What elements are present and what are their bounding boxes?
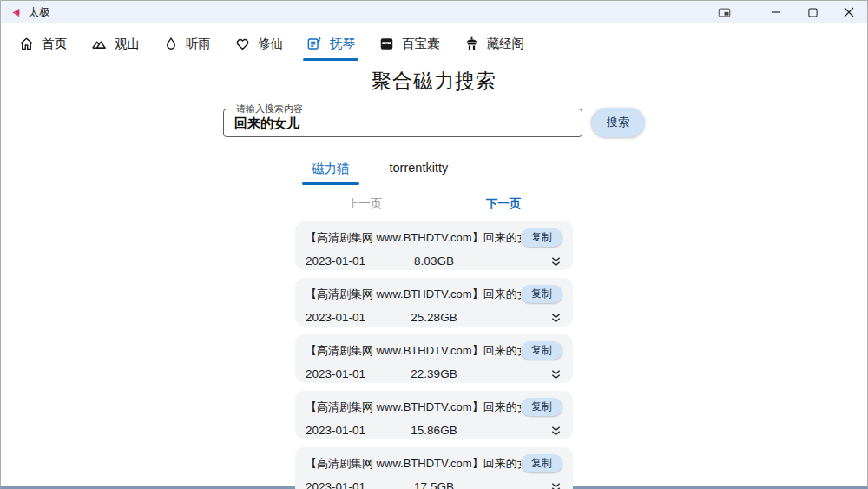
nav-label: 听雨: [186, 36, 211, 52]
result-date: 2023-01-01: [306, 254, 365, 268]
nav-label: 百宝囊: [402, 36, 440, 52]
search-input-wrap: 请输入搜索内容: [223, 109, 582, 137]
result-card: 【高清剧集网 www.BTHDTV.com】回来的女儿[全 复制 2023-01…: [295, 391, 573, 439]
inbox-icon: [378, 36, 395, 52]
expand-button[interactable]: [549, 425, 562, 437]
double-chevron-down-icon: [549, 368, 562, 380]
page-title: 聚合磁力搜索: [1, 68, 867, 95]
active-tab-underline: [302, 182, 359, 185]
tab-label: 磁力猫: [312, 162, 350, 175]
window-controls: [706, 1, 867, 23]
nav-item-heart[interactable]: 修仙: [234, 23, 283, 63]
nav-item-rain[interactable]: 听雨: [163, 23, 211, 63]
app-title: 太极: [29, 5, 49, 20]
result-title: 【高清剧集网 www.BTHDTV.com】回来的女儿[全: [306, 400, 521, 415]
result-title: 【高清剧集网 www.BTHDTV.com】回来的女儿[全: [306, 456, 521, 472]
raindrop-icon: [163, 36, 179, 52]
result-card: 【高清剧集网 www.BTHDTV.com】回来的女儿[全 复制 2023-01…: [295, 447, 573, 489]
copy-button[interactable]: 复制: [521, 341, 562, 360]
tab-torrentkitty[interactable]: torrentkitty: [380, 155, 458, 185]
source-tabs: 磁力猫 torrentkitty: [295, 155, 573, 185]
main-content: 聚合磁力搜索 请输入搜索内容 搜索 磁力猫 torrentkitty 上一页 下…: [1, 63, 867, 489]
result-card: 【高清剧集网 www.BTHDTV.com】回来的女儿[全 复制 2023-01…: [295, 278, 573, 327]
prev-page-button[interactable]: 上一页: [347, 196, 383, 212]
music-doc-icon: [306, 36, 323, 52]
result-card: 【高清剧集网 www.BTHDTV.com】回来的女儿[全 复制 2023-01…: [295, 221, 573, 270]
expand-button[interactable]: [549, 312, 562, 324]
expand-button[interactable]: [549, 481, 562, 489]
copy-button[interactable]: 复制: [521, 398, 562, 416]
result-list: 【高清剧集网 www.BTHDTV.com】回来的女儿[全 复制 2023-01…: [295, 221, 573, 489]
double-chevron-down-icon: [549, 481, 562, 489]
nav-label: 观山: [115, 36, 140, 52]
tab-label: torrentkitty: [390, 161, 449, 175]
app-logo-icon: [10, 6, 23, 19]
result-title: 【高清剧集网 www.BTHDTV.com】回来的女儿[全: [306, 343, 521, 359]
app-window: 太极: [0, 0, 868, 489]
close-icon[interactable]: [831, 1, 867, 23]
heart-icon: [234, 36, 251, 52]
search-row: 请输入搜索内容 搜索: [1, 108, 867, 137]
mini-window-icon[interactable]: [706, 1, 742, 23]
nav-item-library[interactable]: 藏经阁: [464, 23, 525, 63]
active-nav-underline: [303, 58, 358, 61]
pagination: 上一页 下一页: [295, 196, 573, 212]
result-date: 2023-01-01: [306, 311, 365, 324]
nav-label: 首页: [42, 36, 67, 52]
result-date: 2023-01-01: [306, 367, 365, 380]
nav-label: 藏经阁: [487, 36, 525, 52]
nav-item-music[interactable]: 抚琴: [306, 23, 355, 63]
nav-label: 抚琴: [330, 36, 355, 52]
main-nav: 首页 观山 听雨 修仙: [1, 23, 867, 63]
double-chevron-down-icon: [549, 255, 562, 268]
titlebar: 太极: [1, 1, 867, 23]
expand-button[interactable]: [549, 368, 562, 380]
next-page-button[interactable]: 下一页: [486, 196, 522, 212]
result-card: 【高清剧集网 www.BTHDTV.com】回来的女儿[全 复制 2023-01…: [295, 334, 573, 383]
nav-label: 修仙: [258, 36, 283, 52]
result-date: 2023-01-01: [306, 424, 365, 437]
nav-item-home[interactable]: 首页: [18, 23, 67, 63]
maximize-icon[interactable]: [794, 1, 831, 23]
search-button[interactable]: 搜索: [591, 108, 645, 137]
result-title: 【高清剧集网 www.BTHDTV.com】回来的女儿[全: [306, 287, 521, 302]
copy-button[interactable]: 复制: [521, 285, 562, 303]
mountain-icon: [90, 36, 108, 52]
temple-icon: [464, 36, 480, 52]
home-icon: [18, 36, 35, 52]
nav-item-treasure[interactable]: 百宝囊: [378, 23, 440, 63]
minimize-icon[interactable]: [758, 1, 794, 23]
double-chevron-down-icon: [549, 425, 562, 437]
results-column: 磁力猫 torrentkitty 上一页 下一页 【高清剧集网 www.BTHD…: [295, 155, 573, 489]
copy-button[interactable]: 复制: [521, 228, 562, 247]
result-date: 2023-01-01: [306, 480, 365, 489]
nav-item-mountain[interactable]: 观山: [90, 23, 140, 63]
expand-button[interactable]: [549, 255, 562, 268]
result-title: 【高清剧集网 www.BTHDTV.com】回来的女儿[全: [306, 230, 521, 246]
tab-cilimao[interactable]: 磁力猫: [302, 155, 359, 185]
double-chevron-down-icon: [549, 312, 562, 324]
search-input-label: 请输入搜索内容: [232, 102, 307, 115]
copy-button[interactable]: 复制: [521, 454, 562, 472]
